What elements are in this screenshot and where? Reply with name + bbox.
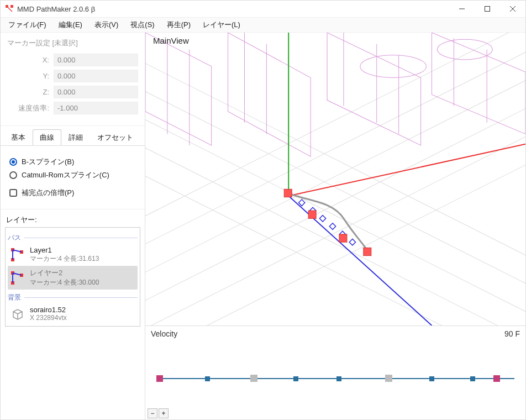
svg-point-24 [437, 39, 492, 60]
menu-layer[interactable]: レイヤー(L) [197, 18, 246, 32]
svg-rect-32 [308, 211, 316, 218]
svg-rect-30 [349, 239, 355, 245]
marker-z-label: Z: [7, 88, 54, 96]
tab-detail[interactable]: 詳細 [61, 129, 90, 145]
layer-item-1-name: Layer1 [30, 246, 99, 254]
marker-y-value[interactable]: 0.000 [54, 70, 138, 82]
radio-catmull-indicator [9, 171, 17, 179]
svg-rect-3 [485, 7, 490, 12]
cube-icon [10, 306, 25, 322]
check-densify-indicator [9, 189, 17, 197]
velocity-key-gray[interactable] [385, 375, 392, 382]
marker-x-value[interactable]: 0.000 [54, 54, 138, 66]
radio-bspline-indicator [9, 158, 17, 166]
app-icon [5, 4, 14, 13]
marker-settings-title: マーカー設定 [未選択] [7, 38, 138, 48]
menu-view[interactable]: 表示(V) [89, 18, 124, 32]
layer-item-1-meta: マーカー:4 全長:31.613 [30, 254, 99, 264]
menu-edit[interactable]: 編集(E) [53, 18, 88, 32]
velocity-line [156, 378, 514, 379]
marker-z-value[interactable]: 0.000 [54, 86, 138, 98]
svg-rect-28 [329, 223, 335, 230]
tab-curve-body: B-スプライン(B) Catmull-Romスプライン(C) 補完点の倍増(P) [1, 146, 145, 209]
menu-file[interactable]: ファイル(F) [3, 18, 52, 32]
velocity-key-end[interactable] [493, 375, 500, 382]
titlebar: MMD PathMaker 2.0.6 β [1, 1, 525, 17]
layers-group-path: パス [8, 233, 138, 243]
layer-item-2-name: レイヤー2 [30, 268, 99, 278]
velocity-key-gray[interactable] [250, 375, 257, 382]
layer-bg-meta: X 232894vtx [30, 314, 67, 322]
menubar: ファイル(F) 編集(E) 表示(V) 視点(S) 再生(P) レイヤー(L) [1, 17, 525, 33]
check-densify[interactable]: 補完点の倍増(P) [9, 188, 136, 198]
viewport-label: MainView [153, 36, 189, 45]
svg-rect-25 [299, 200, 305, 206]
close-button[interactable] [500, 1, 525, 17]
svg-line-21 [145, 134, 525, 326]
velocity-key-start[interactable] [156, 375, 163, 382]
velocity-panel: Velocity 90 F − + [145, 326, 525, 419]
tab-offset[interactable]: オフセット [90, 129, 140, 145]
velocity-key[interactable] [336, 376, 341, 381]
axis-x [288, 144, 525, 196]
velocity-key[interactable] [470, 376, 475, 381]
layer-item-2[interactable]: レイヤー2 マーカー:4 全長:30.000 [8, 266, 138, 290]
velocity-zoom-in[interactable]: + [159, 408, 169, 418]
menu-camera[interactable]: 視点(S) [125, 18, 160, 32]
layer-item-bg[interactable]: sorairo1.52 X 232894vtx [8, 303, 138, 324]
tab-basic[interactable]: 基本 [4, 129, 33, 145]
path-icon [10, 270, 25, 286]
velocity-zoom-out[interactable]: − [148, 408, 157, 418]
svg-rect-34 [364, 248, 371, 255]
layers-group-bg: 背景 [8, 293, 138, 302]
minimize-button[interactable] [449, 1, 475, 17]
svg-point-23 [360, 55, 427, 78]
left-panel: マーカー設定 [未選択] X: 0.000 Y: 0.000 Z: 0.000 … [1, 33, 145, 419]
layers-heading: レイヤー: [6, 215, 139, 225]
app-title: MMD PathMaker 2.0.6 β [17, 5, 449, 13]
layer-item-1[interactable]: Layer1 マーカー:4 全長:31.613 [8, 244, 138, 266]
marker-y-label: Y: [7, 72, 54, 80]
svg-line-15 [145, 33, 525, 230]
radio-bspline[interactable]: B-スプライン(B) [9, 157, 136, 167]
radio-catmull[interactable]: Catmull-Romスプライン(C) [9, 170, 136, 180]
svg-rect-1 [10, 5, 13, 8]
radio-bspline-label: B-スプライン(B) [22, 157, 74, 167]
svg-line-16 [145, 134, 525, 326]
main-viewport[interactable]: MainView [145, 33, 525, 326]
velocity-label: Velocity [151, 329, 177, 338]
velocity-key[interactable] [429, 376, 434, 381]
marker-x-label: X: [7, 56, 54, 64]
right-panel: MainView [145, 33, 525, 419]
layers-panel: レイヤー: パス Layer1 マーカー:4 全長:31.613 [1, 209, 145, 419]
velocity-key[interactable] [293, 376, 298, 381]
settings-tabs: 基本 曲線 詳細 オフセット [1, 126, 145, 146]
svg-rect-31 [284, 189, 292, 197]
layer-item-2-meta: マーカー:4 全長:30.000 [30, 278, 99, 287]
velocity-key[interactable] [205, 376, 210, 381]
marker-settings: マーカー設定 [未選択] X: 0.000 Y: 0.000 Z: 0.000 … [1, 33, 145, 126]
viewport-canvas [145, 33, 525, 326]
layer-bg-name: sorairo1.52 [30, 306, 67, 314]
check-densify-label: 補完点の倍増(P) [22, 188, 74, 198]
svg-rect-33 [339, 234, 347, 242]
path-icon [10, 247, 25, 262]
marker-rate-value[interactable]: -1.000 [54, 102, 138, 114]
menu-play[interactable]: 再生(P) [161, 18, 196, 32]
marker-rate-label: 速度倍率: [7, 103, 54, 113]
velocity-track[interactable] [151, 344, 520, 399]
maximize-button[interactable] [475, 1, 500, 17]
tab-curve[interactable]: 曲線 [33, 129, 61, 145]
radio-catmull-label: Catmull-Romスプライン(C) [22, 170, 109, 180]
velocity-frames: 90 F [504, 329, 520, 338]
svg-rect-27 [319, 216, 325, 222]
